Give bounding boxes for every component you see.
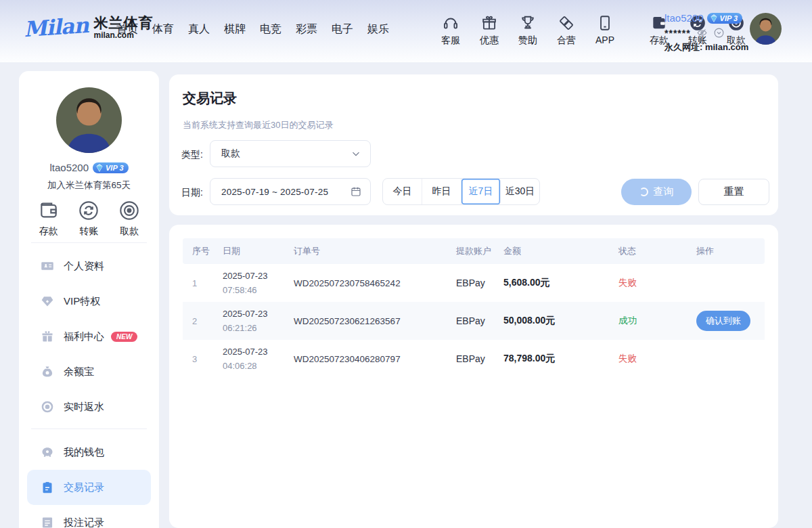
app-download-button[interactable]: APP bbox=[591, 14, 619, 47]
sidebar-avatar[interactable] bbox=[56, 87, 122, 153]
query-button[interactable]: 查询 bbox=[621, 179, 692, 205]
preset-last7days-button[interactable]: 近7日 bbox=[461, 179, 501, 204]
sponsorship-button[interactable]: 赞助 bbox=[514, 14, 542, 47]
row-datetime: 2025-07-23 07:58:46 bbox=[213, 269, 284, 297]
row-amount: 50,008.00元 bbox=[494, 315, 609, 327]
new-badge: NEW bbox=[111, 332, 137, 342]
nav-lottery[interactable]: 彩票 bbox=[296, 22, 317, 37]
promotions-button[interactable]: 优惠 bbox=[475, 14, 503, 47]
chevron-circle-icon[interactable] bbox=[713, 27, 725, 39]
sidebar-item-benefits[interactable]: 福利中心 NEW bbox=[27, 319, 151, 354]
icon-group-gap bbox=[629, 14, 635, 47]
sidebar-deposit-label: 存款 bbox=[39, 225, 58, 238]
sidebar-item-rebate[interactable]: 实时返水 bbox=[27, 389, 151, 424]
sidebar-quick-actions: 存款 转账 取款 bbox=[19, 200, 159, 238]
row-account: EBPay bbox=[447, 315, 494, 326]
date-range-value: 2025-07-19 ~ 2025-07-25 bbox=[221, 187, 350, 197]
sidebar-transfer-button[interactable]: 转账 bbox=[78, 200, 99, 238]
row-order-number: WD202507230621263567 bbox=[284, 316, 447, 326]
nav-slots[interactable]: 电子 bbox=[332, 22, 353, 37]
nav-live[interactable]: 真人 bbox=[188, 22, 210, 37]
row-amount: 78,798.00元 bbox=[494, 353, 609, 365]
nav-sports[interactable]: 体育 bbox=[152, 22, 174, 37]
table-row: 3 2025-07-23 04:06:28 WD2025072304062807… bbox=[183, 340, 765, 378]
col-status: 状态 bbox=[609, 245, 687, 257]
row-time: 07:58:46 bbox=[223, 285, 257, 295]
sidebar-item-transactions-label: 交易记录 bbox=[64, 481, 104, 494]
sidebar-item-profile[interactable]: 个人资料 bbox=[27, 248, 151, 284]
gift-icon bbox=[480, 14, 498, 32]
calendar-icon bbox=[350, 185, 362, 198]
sidebar-item-bets-label: 投注记录 bbox=[64, 516, 104, 528]
vip-badge[interactable]: VIP 3 bbox=[707, 13, 743, 24]
sidebar-user-row: ltao5200 VIP 3 bbox=[19, 162, 159, 173]
row-status: 失败 bbox=[609, 353, 687, 365]
col-index: 序号 bbox=[183, 245, 213, 257]
avatar[interactable] bbox=[750, 13, 782, 45]
reset-button[interactable]: 重置 bbox=[698, 179, 769, 205]
row-order-number: WD202507230758465242 bbox=[284, 278, 447, 288]
vip-gem-icon bbox=[709, 14, 719, 23]
username[interactable]: ltao5200 bbox=[664, 12, 704, 24]
confirm-received-button[interactable]: 确认到账 bbox=[696, 311, 750, 331]
user-name-row: ltao5200 VIP 3 bbox=[664, 12, 746, 24]
preset-last30days-button[interactable]: 近30日 bbox=[501, 179, 539, 204]
sidebar-withdraw-label: 取款 bbox=[120, 225, 139, 238]
main-nav: 首页 体育 真人 棋牌 电竞 彩票 电子 娱乐 bbox=[116, 22, 389, 37]
table-header-row: 序号 日期 订单号 提款账户 金额 状态 操作 bbox=[183, 238, 765, 264]
masked-balance: ****** bbox=[664, 28, 691, 39]
sidebar-item-wallet[interactable]: 我的钱包 bbox=[27, 435, 151, 470]
preset-today-button[interactable]: 今日 bbox=[383, 179, 422, 204]
type-select[interactable]: 取款 bbox=[210, 140, 371, 167]
money-bag-icon bbox=[41, 365, 54, 378]
row-status: 失败 bbox=[609, 277, 687, 289]
sidebar-withdraw-button[interactable]: 取款 bbox=[118, 200, 140, 238]
trophy-icon bbox=[519, 14, 537, 32]
user-block: ltao5200 VIP 3 ****** 永久网址: milan.com bbox=[664, 12, 746, 53]
nav-esports[interactable]: 电竞 bbox=[260, 22, 281, 37]
transaction-record-icon bbox=[41, 481, 54, 494]
nav-home[interactable]: 首页 bbox=[116, 22, 138, 37]
table-row: 1 2025-07-23 07:58:46 WD2025072307584652… bbox=[183, 264, 765, 302]
site-url-row: 永久网址: milan.com bbox=[664, 41, 746, 53]
sidebar-divider-1 bbox=[31, 242, 147, 243]
sidebar-avatar-photo bbox=[56, 87, 122, 153]
page: Milan 米兰体育 milan.com 首页 体育 真人 棋牌 电竞 彩票 电… bbox=[0, 0, 812, 528]
row-order-number: WD202507230406280797 bbox=[284, 354, 447, 364]
sidebar-item-yuebao-label: 余额宝 bbox=[64, 366, 94, 378]
preset-yesterday-button[interactable]: 昨日 bbox=[422, 179, 461, 204]
wallet-outline-icon bbox=[38, 200, 60, 221]
sidebar-transfer-label: 转账 bbox=[79, 225, 98, 238]
customer-service-button[interactable]: 客服 bbox=[436, 14, 465, 47]
sidebar-username: ltao5200 bbox=[49, 162, 89, 173]
promotions-label: 优惠 bbox=[480, 35, 499, 47]
filter-panel: 交易记录 当前系统支持查询最近30日的交易记录 类型: 取款 日期: 2025-… bbox=[169, 74, 778, 215]
nav-entertainment[interactable]: 娱乐 bbox=[367, 22, 389, 37]
sidebar-item-yuebao[interactable]: 余额宝 bbox=[27, 354, 151, 389]
col-date: 日期 bbox=[213, 245, 284, 257]
partner-tags-icon bbox=[558, 14, 575, 32]
sidebar-deposit-button[interactable]: 存款 bbox=[38, 200, 60, 238]
eye-off-icon[interactable] bbox=[696, 27, 708, 39]
transfer-outline-icon bbox=[78, 200, 99, 221]
sidebar-item-bets[interactable]: 投注记录 bbox=[27, 505, 151, 528]
sidebar-item-transactions[interactable]: 交易记录 bbox=[27, 470, 151, 505]
sidebar-item-vip[interactable]: VIP特权 bbox=[27, 284, 151, 319]
sidebar-divider-2 bbox=[31, 428, 147, 429]
id-card-icon bbox=[41, 259, 54, 273]
sidebar-item-vip-label: VIP特权 bbox=[64, 295, 100, 308]
gem-icon bbox=[41, 294, 54, 308]
piggy-wallet-icon bbox=[41, 445, 54, 459]
row-time: 04:06:28 bbox=[223, 361, 257, 371]
headset-icon bbox=[442, 14, 459, 32]
table-row: 2 2025-07-23 06:21:26 WD2025072306212635… bbox=[183, 302, 765, 340]
loading-spinner-icon bbox=[639, 188, 648, 196]
withdraw-outline-icon bbox=[118, 200, 140, 221]
nav-chess[interactable]: 棋牌 bbox=[224, 22, 246, 37]
logo-script-text: Milan bbox=[23, 13, 89, 42]
sidebar-item-wallet-label: 我的钱包 bbox=[64, 446, 104, 459]
row-index: 3 bbox=[183, 354, 213, 364]
col-order: 订单号 bbox=[284, 245, 447, 257]
partnership-button[interactable]: 合营 bbox=[552, 14, 581, 47]
date-range-input[interactable]: 2025-07-19 ~ 2025-07-25 bbox=[210, 178, 371, 205]
